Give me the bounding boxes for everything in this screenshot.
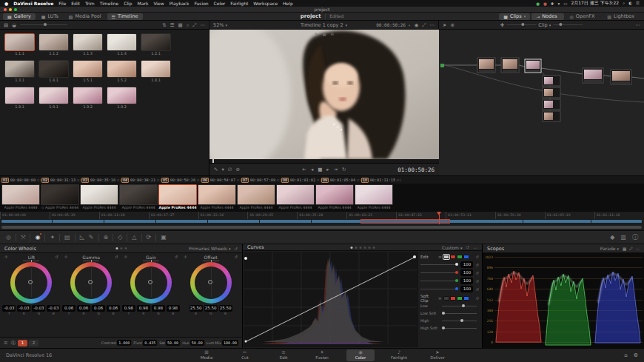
wifi-icon[interactable]: ▾: [557, 1, 560, 6]
gallery-still[interactable]: 1.9.1: [38, 87, 69, 110]
timeline-clip-entry[interactable]: 01 00:00:00:00 V1: [1, 178, 41, 183]
viewer-image[interactable]: ✎▦⊞: [209, 30, 439, 159]
gallery-still[interactable]: 1.1.4: [107, 33, 137, 56]
motion-icon[interactable]: ⟳: [147, 234, 152, 241]
timeline-ruler[interactable]: 01:00:00:0001:00:05:2901:00:11:2801:00:1…: [0, 212, 644, 219]
wheel-value-box[interactable]: 0.98: [167, 305, 180, 312]
timeline-clip-entry[interactable]: 07 00:00:57:09 V1: [241, 178, 281, 183]
slider-knob[interactable]: [455, 263, 458, 266]
scopes-icon[interactable]: ▥: [620, 234, 626, 241]
timeline-clip-entry[interactable]: 06 00:00:54:07 V1: [201, 178, 241, 183]
keyframes-icon[interactable]: ◆: [610, 234, 614, 241]
channel-value[interactable]: 100: [460, 269, 473, 276]
channel-value[interactable]: 100: [460, 261, 473, 268]
wheel-value-box[interactable]: 25.50: [219, 305, 232, 312]
adjustment-value[interactable]: 1.000: [117, 340, 131, 346]
menu-item[interactable]: Help: [283, 1, 293, 6]
control-center-icon[interactable]: ☰: [636, 1, 640, 6]
mini-timeline[interactable]: [1, 220, 642, 223]
cursor-icon[interactable]: ➤: [443, 21, 446, 29]
soft-clip-slider[interactable]: [442, 313, 477, 314]
timeline-clip-entry[interactable]: 08 00:01:01:02 V1: [281, 178, 321, 183]
magic-mask-icon[interactable]: ✦: [50, 234, 55, 241]
bypass-icon[interactable]: ∅: [228, 166, 232, 173]
pager-dot[interactable]: [124, 247, 127, 249]
expand-icon[interactable]: ⤢: [192, 21, 196, 29]
wheel-value-box[interactable]: 25.50: [204, 305, 218, 312]
soft-clip-swatch[interactable]: [443, 296, 449, 301]
channel-slider[interactable]: [420, 281, 458, 281]
minimize-window-button[interactable]: [9, 8, 12, 11]
channel-slider[interactable]: [420, 289, 458, 289]
thumbnail-view-icon[interactable]: ▦: [178, 21, 183, 29]
timeline-thumbnail[interactable]: Apple ProRes 4444: [198, 184, 236, 211]
more-icon[interactable]: ⋯: [636, 21, 641, 29]
wheel-value-box[interactable]: 25.50: [189, 305, 203, 312]
reset-icon[interactable]: ↺: [475, 255, 479, 259]
pager-dot[interactable]: [363, 247, 366, 249]
timeline-clip-entry[interactable]: 05 00:00:50:26 V1: [161, 178, 201, 183]
tab-gallery[interactable]: ▤ Gallery: [3, 13, 36, 20]
hue-ring[interactable]: [70, 262, 112, 304]
mute-icon[interactable]: ⊘: [235, 166, 239, 173]
tracker-icon[interactable]: ◎: [6, 234, 11, 241]
timeline-scrollbar[interactable]: [1, 226, 642, 229]
page-tab-cut[interactable]: ✂ Cut: [231, 349, 259, 361]
channel-swatch[interactable]: [443, 255, 449, 259]
expand-viewer-icon[interactable]: ⤢: [422, 21, 426, 29]
timeline-clip-entry[interactable]: 03 00:00:35:16 V1: [81, 178, 121, 183]
reset-icon[interactable]: ↺: [475, 296, 479, 301]
info-icon[interactable]: ⓘ: [632, 234, 638, 241]
qualifier-icon[interactable]: ✎: [89, 234, 94, 241]
menu-item[interactable]: Timeline: [100, 1, 119, 6]
menu-item[interactable]: Playback: [170, 1, 189, 6]
adjustment-value[interactable]: 100.00: [222, 340, 238, 346]
close-window-button[interactable]: [4, 8, 7, 11]
status-app-red-icon[interactable]: ●: [543, 1, 547, 6]
spotlight-icon[interactable]: ⌕: [623, 1, 625, 6]
wipe-caret-icon[interactable]: ▾: [221, 166, 224, 173]
pager-dot[interactable]: [368, 247, 370, 249]
channel-slider[interactable]: [420, 272, 458, 273]
gallery-still[interactable]: 1.2.1: [141, 33, 171, 56]
menu-item[interactable]: Mark: [138, 1, 149, 6]
slider-knob[interactable]: [455, 271, 458, 274]
gallery-still[interactable]: 1.1.1: [4, 33, 35, 56]
still-album-icon[interactable]: ▤: [4, 21, 8, 29]
next-clip-icon[interactable]: ⇥: [334, 166, 338, 173]
menu-item[interactable]: Workspace: [253, 1, 278, 6]
page-tab-fusion[interactable]: ✦ Fusion: [308, 349, 336, 361]
zoom-window-button[interactable]: [14, 8, 17, 11]
pager-dot[interactable]: [359, 247, 361, 249]
gallery-still[interactable]: 1.9.1: [4, 87, 35, 110]
soft-clip-slider[interactable]: [442, 321, 477, 321]
reset-icon[interactable]: ↺: [234, 247, 238, 251]
thumbnail-size-slider[interactable]: [20, 24, 67, 25]
wheel-reset-icon[interactable]: ↺: [55, 255, 58, 259]
timeline-clip-entry[interactable]: 02 00:00:31:13 V1: [41, 178, 81, 183]
master-wheel[interactable]: [23, 261, 39, 261]
gallery-still[interactable]: 1.3.1: [4, 60, 35, 83]
menu-clock[interactable]: 2月17日 週三 下午3:22: [571, 0, 619, 7]
reset-icon[interactable]: ↺: [466, 245, 469, 249]
list-view-icon[interactable]: ☰: [170, 21, 175, 29]
slider-knob[interactable]: [460, 319, 463, 322]
pager-dot[interactable]: [355, 247, 357, 249]
tab-timeline[interactable]: ☰ Timeline: [107, 13, 143, 20]
menu-item[interactable]: Edit: [71, 1, 80, 6]
timeline-thumbnail[interactable]: Apple ProRes 4444: [315, 184, 354, 211]
page-tab-deliver[interactable]: ➤ Deliver: [423, 349, 452, 361]
reset-icon[interactable]: ↺: [475, 263, 479, 267]
gang-icon[interactable]: ∞: [438, 295, 442, 302]
gallery-still[interactable]: 1.1.2: [38, 33, 69, 56]
hue-ring[interactable]: [10, 262, 52, 304]
menu-item[interactable]: Color: [214, 1, 226, 6]
timeline-clip-entry[interactable]: 09 00:01:05:04 V1: [321, 178, 361, 183]
wheel-value-box[interactable]: 0.98: [152, 305, 165, 312]
slider-knob[interactable]: [455, 287, 458, 290]
slider-knob[interactable]: [455, 279, 458, 282]
reset-icon[interactable]: ↺: [475, 279, 479, 284]
auto-color-icon[interactable]: Ⓐ: [10, 339, 16, 346]
wheels-page-2[interactable]: 2: [29, 340, 38, 346]
tab-openfx[interactable]: ◎ OpenFX: [566, 13, 602, 20]
